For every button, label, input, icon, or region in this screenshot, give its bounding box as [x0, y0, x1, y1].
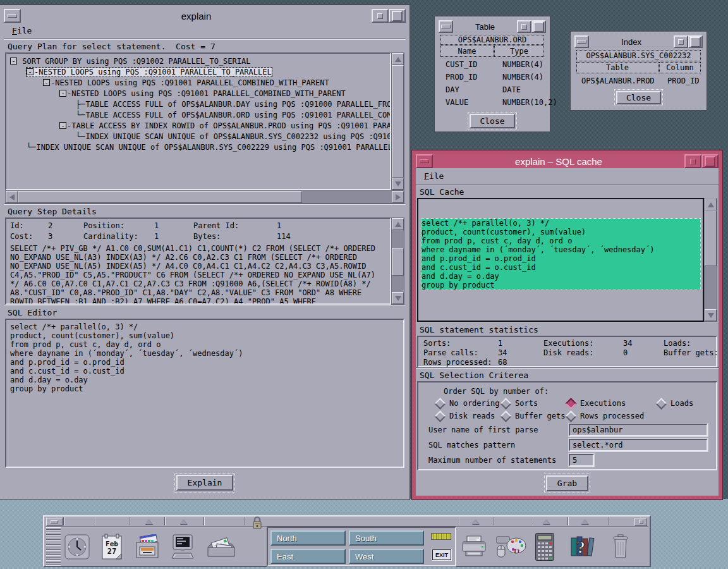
maximize-button[interactable]	[688, 35, 703, 48]
tree-vscrollbar[interactable]	[391, 52, 404, 190]
column-header[interactable]: Type	[494, 46, 544, 57]
scroll-right-button[interactable]	[392, 191, 404, 203]
max-statements-input[interactable]: 5	[569, 454, 594, 467]
radio-executions[interactable]: Executions	[567, 399, 657, 408]
username-input[interactable]: ops$alanbur	[569, 424, 708, 436]
minimize-button[interactable]	[517, 20, 531, 33]
tree-expander-icon[interactable]: -	[59, 90, 66, 97]
table-titlebar[interactable]: Table	[439, 20, 546, 33]
scroll-thumb[interactable]	[705, 211, 717, 266]
scroll-up-button[interactable]	[392, 218, 404, 230]
mail-button[interactable]	[205, 527, 238, 566]
workspace-button-north[interactable]: North	[270, 530, 346, 546]
tree-expander-icon[interactable]: -	[59, 122, 66, 129]
workspace-button-west[interactable]: West	[349, 549, 424, 564]
scroll-trough[interactable]	[302, 191, 392, 203]
tree-item[interactable]: --NESTED LOOPS using PQS :Q91001 PARALLE…	[6, 88, 390, 99]
column-header[interactable]: Column	[659, 62, 701, 73]
maximize-button[interactable]	[531, 20, 546, 33]
scroll-up-button[interactable]	[705, 199, 717, 211]
scroll-trough[interactable]	[392, 276, 404, 292]
step-sql-text[interactable]: SELECT /*+ PIV_GB */ A1.C0 C0,SUM(A1.C1)…	[10, 244, 386, 305]
subpanel-arrow-icon[interactable]	[581, 519, 588, 524]
table-row[interactable]: VALUENUMBER(10,2)	[440, 96, 544, 109]
workspace-button-south[interactable]: South	[349, 530, 424, 546]
column-header[interactable]: Name	[440, 46, 494, 57]
trash-button[interactable]	[608, 527, 633, 566]
radio-buffer-gets[interactable]: Buffer gets	[502, 412, 567, 420]
scroll-down-button[interactable]	[392, 292, 404, 304]
minimize-button[interactable]	[372, 9, 389, 23]
close-button[interactable]: Close	[470, 114, 514, 128]
style-manager-button[interactable]: Tt	[494, 527, 528, 566]
tree-selected-item[interactable]: --NESTED LOOPS using PQS :Q91001 PARALLE…	[27, 68, 272, 76]
table-row[interactable]: DAYDATE	[440, 83, 544, 96]
tree-expander-icon[interactable]: -	[27, 68, 33, 75]
tree-item[interactable]: ├─TABLE ACCESS FULL of OPS$ALANBUR.DAY u…	[6, 99, 390, 109]
window-menu-button[interactable]	[574, 35, 589, 48]
table-row[interactable]: CUST_IDNUMBER(4)	[440, 58, 544, 71]
sql-cache-unselected-text[interactable]: explain plan set statement_id = ´17554´ …	[421, 308, 703, 322]
close-button[interactable]: Close	[616, 91, 661, 104]
tree-item[interactable]: └─INDEX UNIQUE SCAN UNIQUE of OPS$ALANBU…	[6, 142, 390, 152]
query-plan-tree[interactable]: - SORT GROUP BY using PQS :Q91002 PARALL…	[5, 52, 391, 190]
minimize-button[interactable]	[674, 35, 688, 48]
tree-item[interactable]: --NESTED LOOPS using PQS :Q91001 PARALLE…	[6, 77, 390, 88]
sql-pattern-input[interactable]: select.*ord	[569, 439, 708, 451]
scroll-left-button[interactable]	[6, 191, 18, 203]
radio-no-ordering[interactable]: No ordering	[436, 399, 502, 408]
tree-item[interactable]: └─TABLE ACCESS FULL of OPS$ALANBUR.ORD u…	[6, 109, 390, 120]
tree-expander-icon[interactable]: -	[10, 58, 17, 64]
sql-cache-selected-text[interactable]: select /*+ parallel(o, 3) */product, cou…	[421, 218, 701, 290]
radio-rows-processed[interactable]: Rows processed	[567, 412, 657, 420]
grab-button[interactable]: Grab	[546, 475, 588, 491]
calendar-button[interactable]: Feb 27	[97, 527, 126, 566]
radio-disk-reads[interactable]: Disk reads	[436, 412, 502, 420]
lock-button[interactable]	[252, 515, 263, 533]
tree-item[interactable]: --TABLE ACCESS BY INDEX ROWID of OPS$ALA…	[6, 120, 390, 131]
tree-item[interactable]: - SORT GROUP BY using PQS :Q91002 PARALL…	[6, 56, 390, 66]
subpanel-arrow-icon[interactable]	[542, 519, 550, 524]
scroll-thumb[interactable]	[18, 191, 302, 203]
subpanel-arrow-icon[interactable]	[471, 519, 479, 524]
help-button[interactable]: ?	[567, 527, 598, 566]
sql-cache-text[interactable]: select /*+ parallel(o, 3) */product, cou…	[417, 198, 704, 322]
maximize-button[interactable]	[389, 9, 406, 23]
explain-button[interactable]: Explain	[176, 475, 234, 491]
panel-handle[interactable]	[46, 527, 61, 566]
scroll-trough[interactable]	[392, 230, 404, 248]
file-menu[interactable]: File	[422, 170, 446, 182]
scroll-down-button[interactable]	[705, 309, 717, 321]
table-row[interactable]: OPS$ALANBUR.PRODPROD_ID	[576, 75, 701, 87]
index-titlebar[interactable]: Index	[574, 35, 703, 48]
scroll-up-button[interactable]	[392, 53, 404, 65]
scroll-thumb[interactable]	[392, 65, 404, 178]
subpanel-arrow-icon[interactable]	[179, 519, 187, 524]
cache-vscrollbar[interactable]	[704, 198, 717, 322]
scroll-thumb[interactable]	[392, 248, 404, 276]
tree-hscrollbar[interactable]	[5, 190, 404, 204]
panel-minimize-button[interactable]	[634, 518, 647, 526]
sql-editor-text[interactable]: select /*+ parallel(o, 3) */product, cou…	[5, 319, 404, 468]
file-menu[interactable]: File	[9, 25, 34, 37]
radio-sorts[interactable]: Sorts	[502, 399, 567, 408]
table-row[interactable]: PROD_IDNUMBER(4)	[440, 71, 544, 83]
minimize-button[interactable]	[684, 154, 701, 168]
scroll-down-button[interactable]	[392, 178, 404, 190]
sql-cache-titlebar[interactable]: explain – SQL cache	[416, 154, 719, 168]
panel-menu-button[interactable]	[46, 518, 63, 526]
tree-item[interactable]: --NESTED LOOPS using PQS :Q91001 PARALLE…	[6, 66, 390, 77]
details-vscrollbar[interactable]	[391, 217, 404, 305]
maximize-button[interactable]	[701, 154, 719, 168]
tree-expander-icon[interactable]: -	[43, 79, 50, 86]
subpanel-arrow-icon[interactable]	[145, 519, 152, 524]
column-header[interactable]: Table	[576, 62, 658, 73]
calculator-button[interactable]	[532, 527, 557, 566]
terminal-button[interactable]	[167, 527, 198, 566]
window-menu-button[interactable]	[439, 20, 453, 33]
radio-loads[interactable]: Loads	[657, 399, 716, 408]
scroll-trough[interactable]	[705, 266, 717, 309]
workspace-button-east[interactable]: East	[270, 549, 346, 564]
clock-button[interactable]	[62, 527, 92, 566]
explain-titlebar[interactable]: explain	[4, 9, 406, 23]
